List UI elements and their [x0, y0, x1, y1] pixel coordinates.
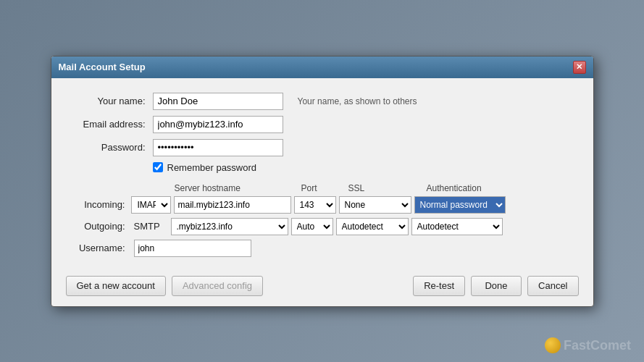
- email-row: Email address:: [73, 116, 572, 133]
- ssl-header: SSL: [348, 183, 427, 193]
- outgoing-port-select[interactable]: Auto 25 465 587: [291, 218, 333, 235]
- username-label: Username:: [73, 243, 131, 253]
- done-button[interactable]: Done: [471, 276, 522, 296]
- remember-password-row: Remember password: [153, 162, 572, 173]
- email-input[interactable]: [153, 116, 283, 133]
- close-button[interactable]: ✕: [573, 61, 586, 74]
- incoming-port-select[interactable]: 143 993: [294, 196, 336, 214]
- your-name-label: Your name:: [73, 96, 146, 106]
- outgoing-ssl-select[interactable]: Autodetect None SSL/TLS: [336, 218, 409, 235]
- footer-right-buttons: Re-test Done Cancel: [413, 276, 578, 296]
- email-label: Email address:: [73, 119, 146, 130]
- outgoing-label: Outgoing:: [73, 221, 131, 232]
- incoming-protocol-select[interactable]: IMAP POP3: [131, 196, 171, 214]
- outgoing-auth-select[interactable]: Autodetect Normal password No authentica…: [411, 218, 503, 235]
- mail-account-setup-dialog: Mail Account Setup ✕ Your name: Your nam…: [51, 56, 594, 307]
- outgoing-row: Outgoing: SMTP .mybiz123.info Auto 25 46…: [73, 218, 572, 235]
- footer-left-buttons: Get a new account Advanced config: [66, 276, 264, 296]
- incoming-row: Incoming: IMAP POP3 143 993 None SSL/TLS…: [73, 196, 572, 214]
- titlebar-title: Mail Account Setup: [59, 62, 146, 72]
- re-test-button[interactable]: Re-test: [413, 276, 465, 296]
- remember-password-label[interactable]: Remember password: [167, 162, 257, 173]
- your-name-hint: Your name, as shown to others: [298, 96, 417, 106]
- username-input[interactable]: [134, 240, 251, 257]
- get-new-account-button[interactable]: Get a new account: [66, 276, 166, 296]
- advanced-config-button[interactable]: Advanced config: [172, 276, 263, 296]
- port-header: Port: [301, 183, 348, 193]
- basic-form-section: Your name: Your name, as shown to others…: [73, 93, 572, 173]
- dialog-body: Your name: Your name, as shown to others…: [51, 78, 593, 269]
- password-label: Password:: [73, 142, 146, 153]
- incoming-ssl-select[interactable]: None SSL/TLS STARTTLS: [339, 196, 411, 214]
- watermark-icon: [545, 337, 561, 353]
- username-row: Username:: [73, 240, 572, 257]
- outgoing-hostname-select[interactable]: .mybiz123.info: [171, 218, 288, 235]
- server-hostname-header: Server hostname: [175, 183, 301, 193]
- your-name-row: Your name: Your name, as shown to others: [73, 93, 572, 110]
- watermark: FastComet: [545, 337, 631, 353]
- desktop-background: Mail Account Setup ✕ Your name: Your nam…: [0, 0, 644, 362]
- incoming-label: Incoming:: [73, 199, 131, 210]
- cancel-button[interactable]: Cancel: [527, 276, 578, 296]
- outgoing-protocol-label: SMTP: [131, 221, 171, 232]
- watermark-text: FastComet: [564, 338, 631, 353]
- incoming-hostname-input[interactable]: [174, 196, 291, 214]
- titlebar: Mail Account Setup ✕: [51, 56, 593, 78]
- your-name-input[interactable]: [153, 93, 283, 110]
- remember-password-checkbox[interactable]: [153, 162, 163, 172]
- dialog-footer: Get a new account Advanced config Re-tes…: [51, 269, 593, 306]
- server-headers: Server hostname Port SSL Authentication: [175, 183, 572, 193]
- server-section: Server hostname Port SSL Authentication …: [73, 183, 572, 257]
- auth-header: Authentication: [427, 183, 528, 193]
- password-input[interactable]: [153, 139, 283, 156]
- password-row: Password:: [73, 139, 572, 156]
- incoming-auth-select[interactable]: Normal password Autodetect No authentica…: [414, 196, 506, 214]
